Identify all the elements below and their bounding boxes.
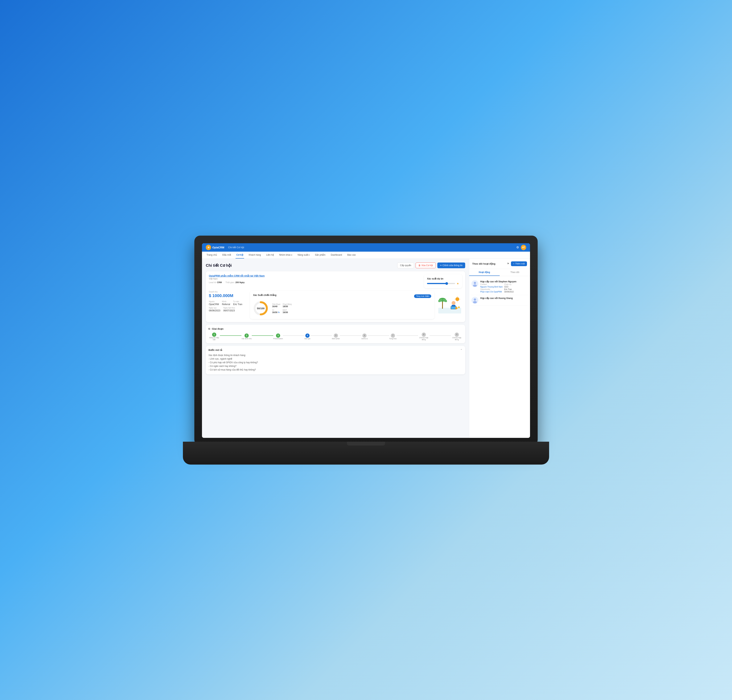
nav-nhom-khac[interactable]: Nhóm khác bbox=[278, 251, 293, 259]
stage-9[interactable]: 9 Chờ ký hợp đồng bbox=[451, 332, 463, 341]
stage-4[interactable]: 4 Báo giá bbox=[304, 334, 310, 340]
stages-header: 6 - Giai đoạn bbox=[209, 327, 463, 330]
stage-3[interactable]: 3 Presentation bbox=[273, 334, 283, 340]
logo-icon: ☀ bbox=[206, 245, 211, 250]
score-title: Xác Suất chiến thắng bbox=[253, 294, 276, 297]
xoa-co-hoi-button[interactable]: 🗑 Xóa Cơ hội bbox=[416, 263, 436, 268]
expand-icon[interactable]: ⌃ bbox=[460, 349, 463, 351]
role-value-1: CEO bbox=[504, 286, 528, 288]
oppo-value-1: Eric Tran bbox=[504, 288, 528, 290]
svg-rect-2 bbox=[438, 308, 461, 313]
proba-slider[interactable] bbox=[427, 283, 455, 284]
stage-connector-7 bbox=[397, 335, 418, 336]
desc-content: Xác định được thông tin khách hàng: - Lĩ… bbox=[209, 353, 463, 372]
cap-quyen-button[interactable]: Cấp quyền bbox=[397, 263, 414, 268]
refresh-icon[interactable]: ↻ bbox=[278, 311, 279, 313]
amount-label: Doanh thu bbox=[209, 291, 247, 293]
stage-dot-1: 1 bbox=[212, 332, 216, 337]
svg-point-20 bbox=[473, 284, 477, 287]
nav-dashboard[interactable]: Dashboard bbox=[330, 251, 343, 259]
right-panel-actions: ⚑ + Thêm mới bbox=[507, 261, 527, 266]
desc-line-5: - Có lịch sử mua hàng của đối thủ hay kh… bbox=[209, 368, 463, 372]
stage-7[interactable]: 7 Tùng hoa bbox=[389, 334, 397, 340]
tu-van-value: Eric Tran bbox=[233, 303, 242, 306]
ngay-tao-col: Ngày tạo 06/06/2023 bbox=[209, 307, 220, 312]
right-panel-title: Theo dõi hoạt động bbox=[472, 262, 495, 265]
stages-section: 6 - Giai đoạn 1 Đăng ký tiếp cận 2 Xác đ… bbox=[206, 325, 465, 343]
stage-label-4: Báo giá bbox=[304, 338, 310, 340]
desc-line-2: - Lĩnh vực, ngành nghề bbox=[209, 357, 463, 361]
svg-point-22 bbox=[474, 299, 476, 301]
activity-title-2: Họp cấp cao với Huong Giang bbox=[480, 297, 528, 300]
description-section: Bước mô tả ⌃ Xác định được thông tin khá… bbox=[206, 346, 465, 375]
stage-connector-2 bbox=[252, 335, 273, 336]
app-header: ☀ OpiaCRM Chi tiết Cơ hội ⚙ AT bbox=[202, 243, 530, 251]
desc-line-3: - Có phù hợp với SPIDV của công ty hay k… bbox=[209, 361, 463, 365]
svg-point-23 bbox=[473, 301, 477, 303]
stage-label-6: Demo & bbox=[362, 338, 368, 340]
tab-hoat-dong[interactable]: Hoạt động bbox=[469, 269, 500, 276]
score-value: 50/100 bbox=[257, 307, 265, 310]
activity-content-1: Họp cấp cao với Stephen Nguyen Contact C… bbox=[480, 280, 528, 293]
nguon-label: Nguồn bbox=[209, 300, 219, 303]
activity-item-2: Họp cấp cao với Huong Giang bbox=[472, 295, 528, 306]
date-row: Ngày tạo 06/06/2023 Ngày kết thúc 06/07/… bbox=[209, 307, 247, 312]
stage-dot-8: 8 bbox=[422, 332, 426, 337]
stage-2[interactable]: 2 Xác định nhu bbox=[241, 334, 252, 340]
stage-connector-4 bbox=[310, 335, 332, 336]
contact-label-1: Contact bbox=[480, 283, 504, 285]
opportunity-name[interactable]: OpiaPRM phần mềm CRM tốt nhất tại Việt N… bbox=[209, 274, 420, 277]
contact-value-1[interactable]: Nguyen Thuong Binh Nam bbox=[480, 286, 504, 288]
stage-label-9: Chờ ký hợp đồng bbox=[451, 337, 463, 341]
nav-co-hoi[interactable]: Cơ hội bbox=[235, 251, 244, 259]
stage-label-7: Tùng hoa bbox=[389, 338, 397, 340]
avatar[interactable]: AT bbox=[521, 245, 526, 250]
tu-van-col: Tư vấn Eric Tran bbox=[233, 300, 242, 306]
screen: ☀ OpiaCRM Chi tiết Cơ hội ⚙ AT Trang chủ… bbox=[202, 243, 530, 438]
nguon-value: OpiaCRM bbox=[209, 303, 219, 306]
nav-bao-cao[interactable]: Báo cáo bbox=[347, 251, 356, 259]
logo-area: ☀ OpiaCRM bbox=[206, 245, 224, 250]
date-value-1: 30/09/2022 bbox=[504, 291, 528, 293]
toggle-score-btn[interactable]: Tăng mức điểm bbox=[414, 294, 431, 298]
nguon-col: Nguồn OpiaCRM bbox=[209, 300, 219, 306]
oppo-label-1: Opportunity bbox=[480, 288, 504, 290]
chinh-sua-button[interactable]: ✏ Chỉnh sửa thông tin bbox=[437, 263, 465, 268]
svg-point-17 bbox=[458, 306, 460, 308]
stage-1[interactable]: 1 Đăng ký tiếp cận bbox=[209, 332, 220, 341]
nav-dau-moi[interactable]: Đầu mối bbox=[222, 251, 232, 259]
nav-khach-hang[interactable]: Khách hàng bbox=[248, 251, 262, 259]
nav-san-pham[interactable]: Sản phẩm bbox=[314, 251, 326, 259]
nav-lien-he[interactable]: Liên hệ bbox=[266, 251, 275, 259]
stage-8[interactable]: 8 Chờ ký hợp đồng bbox=[418, 332, 429, 341]
opp-name-1[interactable]: Phần mềm Chi OpiaPRM bbox=[480, 291, 504, 293]
stage-label-2: Xác định nhu bbox=[241, 338, 252, 340]
logo-text: OpiaCRM bbox=[212, 246, 224, 249]
page-header: Chi tiết Cơ hội Cấp quyền 🗑 Xóa Cơ hội ✏… bbox=[206, 263, 465, 268]
duration-value: 200 Ngày bbox=[235, 281, 244, 284]
stage-connector-3 bbox=[283, 335, 304, 336]
stage-label-8: Chờ ký hợp đồng bbox=[418, 337, 429, 341]
role-label-1: Chức vụ bbox=[504, 283, 528, 285]
beach-illustration bbox=[438, 296, 461, 313]
stage-5[interactable]: 5 Đàm phán bbox=[332, 334, 340, 340]
activity-avatar-2 bbox=[472, 297, 478, 304]
filter-icon[interactable]: ⚑ bbox=[507, 262, 509, 265]
stage-6[interactable]: 6 Demo & bbox=[362, 334, 368, 340]
edit-icon: ✏ bbox=[440, 264, 442, 267]
add-new-button[interactable]: + Thêm mới bbox=[511, 261, 527, 266]
stage-label-1: Đăng ký tiếp cận bbox=[209, 337, 220, 341]
settings-icon[interactable]: ⚙ bbox=[516, 246, 519, 249]
nav-nang-suat[interactable]: Năng suất bbox=[297, 251, 310, 259]
desc-header: Bước mô tả ⌃ bbox=[209, 349, 463, 351]
nav-trang-chu[interactable]: Trang chủ bbox=[206, 251, 218, 259]
header-page-title: Chi tiết Cơ hội bbox=[228, 246, 244, 249]
svg-point-19 bbox=[474, 282, 476, 284]
stage-dot-9: 9 bbox=[455, 332, 459, 337]
stage-connector-5 bbox=[340, 335, 362, 336]
slider-thumb bbox=[445, 282, 448, 285]
stage-dot-5: 5 bbox=[334, 334, 338, 338]
hoat-dong-metric: Hoạt động 18/30 bbox=[283, 303, 292, 307]
tab-theo-doi[interactable]: Theo dõi bbox=[500, 269, 530, 276]
stage-label-5: Đàm phán bbox=[332, 338, 340, 340]
